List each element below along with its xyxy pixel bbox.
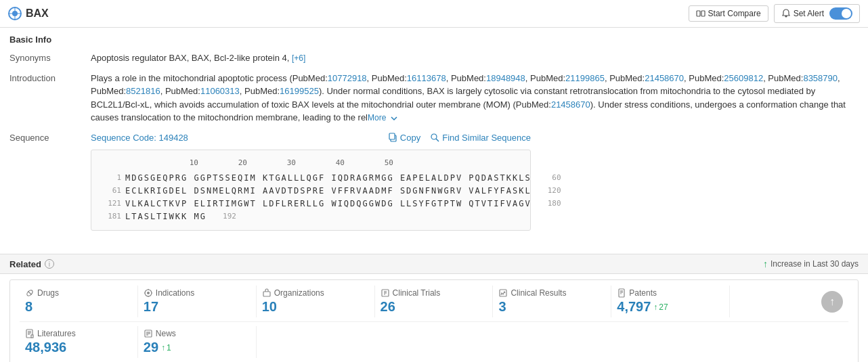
organizations-label: Organizations [274, 288, 324, 298]
news-value-row: 29 ↑ 1 [144, 340, 251, 355]
pubmed-18948948[interactable]: 18948948 [486, 73, 525, 83]
related-info-icon[interactable]: i [45, 259, 54, 269]
svg-rect-24 [619, 289, 624, 297]
stat-literatures[interactable]: Literatures 48,936 [20, 326, 138, 358]
patents-label: Patents [629, 288, 657, 298]
sequence-box: 10 20 30 40 50 1 MDGSGEQPRG GGPTSSEQIM K… [91, 150, 531, 231]
pubmed-8521816[interactable]: 8521816 [126, 86, 160, 96]
stat-empty-7 [730, 326, 848, 358]
lit-icon [25, 329, 35, 338]
trials-icon [381, 288, 390, 298]
svg-point-13 [147, 292, 150, 294]
increase-label: Increase in Last 30 days [771, 259, 859, 269]
svg-rect-18 [263, 292, 270, 296]
increase-label-area: ↑ Increase in Last 30 days [763, 258, 859, 269]
introduction-value: Plays a role in the mitochondrial apopto… [91, 72, 859, 125]
scroll-top-button[interactable]: ↑ [821, 291, 843, 313]
stat-empty-4 [375, 326, 494, 358]
main-content: Basic Info Synonyms Apoptosis regulator … [0, 28, 868, 254]
logo-icon [8, 7, 22, 20]
drugs-value: 8 [25, 299, 132, 315]
stat-empty-5 [493, 326, 611, 358]
synonyms-label: Synonyms [9, 51, 91, 65]
pubmed-10772918[interactable]: 10772918 [328, 73, 367, 83]
stat-empty-3 [257, 326, 375, 358]
set-alert-button[interactable]: Set Alert [774, 4, 860, 23]
literatures-label: Literatures [37, 329, 76, 338]
synonyms-text: Apoptosis regulator BAX, BAX, Bcl-2-like… [91, 53, 289, 63]
stat-organizations[interactable]: Organizations 10 [257, 286, 375, 317]
related-title: Related [9, 259, 41, 269]
news-arrow: ↑ [161, 343, 165, 353]
seq-line-4: 181 LTASLTIWKK MG 192 [101, 210, 521, 223]
stat-drugs[interactable]: Drugs 8 [20, 286, 138, 317]
stat-clinical-trials[interactable]: Clinical Trials 26 [375, 286, 494, 317]
news-increase: ↑ 1 [161, 343, 171, 353]
pubmed-11060313[interactable]: 11060313 [200, 86, 240, 96]
pubmed-25609812[interactable]: 25609812 [724, 73, 763, 83]
pubmed-16199525[interactable]: 16199525 [280, 86, 319, 96]
pill-icon [25, 288, 35, 298]
stats-row-1: Drugs 8 Indications 17 Organizations 10 [20, 286, 848, 317]
start-compare-button[interactable]: Start Compare [689, 5, 768, 22]
related-header: Related i ↑ Increase in Last 30 days [0, 254, 868, 274]
clinical-results-value: 3 [498, 299, 605, 315]
synonyms-row: Synonyms Apoptosis regulator BAX, BAX, B… [9, 51, 859, 65]
indications-label: Indications [156, 288, 194, 298]
patents-value-row: 4,797 ↑ 27 [617, 299, 724, 315]
pubmed-16113678[interactable]: 16113678 [407, 73, 446, 83]
stats-row-2: Literatures 48,936 News 29 ↑ 1 [20, 326, 848, 358]
news-value: 29 [144, 340, 158, 355]
start-compare-label: Start Compare [708, 9, 761, 18]
copy-icon [388, 133, 397, 142]
sequence-row: Sequence Sequence Code: 149428 Copy Find… [9, 131, 859, 241]
set-alert-label: Set Alert [794, 9, 824, 18]
stat-indications[interactable]: Indications 17 [138, 286, 257, 317]
literatures-value: 48,936 [25, 340, 132, 355]
synonyms-value: Apoptosis regulator BAX, BAX, Bcl-2-like… [91, 51, 859, 65]
svg-line-9 [436, 139, 439, 141]
sequence-code-link[interactable]: Sequence Code: 149428 [91, 131, 188, 145]
logo-text: BAX [26, 7, 49, 20]
patents-arrow: ↑ [653, 302, 657, 312]
header: BAX Start Compare Set Alert [0, 0, 868, 28]
clinical-trials-value: 26 [381, 299, 487, 315]
set-alert-toggle[interactable] [829, 7, 852, 20]
stat-clinical-results[interactable]: Clinical Results 3 [493, 286, 611, 317]
synonyms-badge[interactable]: [+6] [292, 53, 305, 63]
find-similar-button[interactable]: Find Similar Sequence [430, 133, 531, 143]
basic-info-title: Basic Info [9, 35, 859, 45]
patents-increase: ↑ 27 [653, 302, 668, 312]
sequence-actions: Copy Find Similar Sequence [388, 133, 531, 143]
related-title-area: Related i [9, 259, 54, 269]
copy-button[interactable]: Copy [388, 133, 420, 143]
seq-line-3: 121 VLKALCTKVP ELIRTIMGWT LDFLRERLLG WIQ… [101, 198, 521, 210]
scroll-top-cell: ↑ [730, 286, 848, 317]
clinical-trials-label: Clinical Trials [393, 288, 441, 298]
related-section: Related i ↑ Increase in Last 30 days Dru… [0, 254, 868, 362]
clinical-results-label: Clinical Results [511, 288, 566, 298]
news-label: News [156, 329, 176, 338]
svg-rect-5 [701, 11, 705, 16]
indications-icon [144, 288, 153, 298]
patents-value: 4,797 [617, 299, 651, 315]
stat-patents[interactable]: Patents 4,797 ↑ 27 [611, 286, 730, 317]
news-icon [144, 329, 153, 338]
svg-rect-23 [500, 290, 506, 296]
org-icon [262, 288, 272, 298]
stat-news[interactable]: News 29 ↑ 1 [138, 326, 257, 358]
pubmed-8358790[interactable]: 8358790 [803, 73, 838, 83]
copy-label: Copy [400, 133, 420, 143]
news-increase-value: 1 [167, 343, 171, 353]
pubmed-21199865[interactable]: 21199865 [565, 73, 605, 83]
patents-icon [617, 288, 626, 298]
svg-point-8 [431, 134, 437, 139]
more-link[interactable]: More [368, 113, 386, 122]
stats-divider [20, 321, 848, 322]
sequence-content: Sequence Code: 149428 Copy Find Similar … [91, 131, 531, 241]
introduction-row: Introduction Plays a role in the mitocho… [9, 72, 859, 125]
chevron-down-icon [390, 114, 398, 122]
results-icon [498, 288, 508, 298]
pubmed-21458670[interactable]: 21458670 [645, 73, 684, 83]
pubmed-21458670-2[interactable]: 21458670 [551, 99, 590, 110]
